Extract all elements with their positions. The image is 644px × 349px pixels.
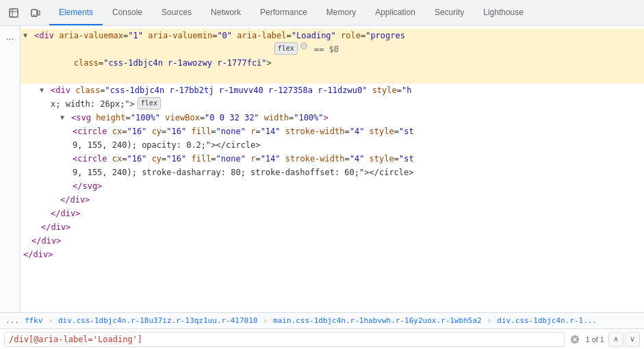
code-line-div-close-3[interactable]: </div> (21, 220, 644, 234)
code-line-2b[interactable]: x; width: 26px;"> flex (21, 97, 644, 111)
yellow-box: class="css-1dbjc4n r-1awozwy r-1777fci"> (34, 42, 272, 83)
toolbar-icon-group (0, 3, 49, 23)
svg-rect-4 (38, 11, 40, 15)
code-line-4[interactable]: <circle cx="16" cy="16" fill="none" r="1… (21, 125, 644, 138)
search-next-button[interactable]: ∨ (625, 332, 640, 347)
arrow-icon-1: ▼ (23, 29, 34, 42)
code-line-3[interactable]: ▼ <svg height="100%" viewBox="0 0 32 32"… (21, 111, 644, 125)
attr-name-1d: role (336, 29, 361, 42)
search-bar: /div[@aria-label='Loading'] 1 of 1 ∧ ∨ (0, 328, 644, 349)
status-bar: ... ffkv › div.css-1dbjc4n.r-18u37iz.r-1… (0, 312, 644, 328)
left-panel: ... (0, 26, 21, 312)
status-item-div2[interactable]: div.css-1dbjc4n.r-1... (497, 316, 597, 325)
attr-val-1c: "Loading" (292, 29, 336, 42)
search-query: /div[@aria-label='Loading'] (9, 335, 560, 344)
flex-badge-2: flex (138, 97, 161, 109)
code-line-div-close-5[interactable]: </div> (21, 248, 644, 261)
code-line-2[interactable]: ▼ <div class="css-1dbjc4n r-17bb2tj r-1m… (21, 83, 644, 97)
arrow-icon-3: ▼ (60, 111, 71, 125)
tab-network[interactable]: Network (201, 0, 250, 25)
code-line-div-close-1[interactable]: </div> (21, 193, 644, 207)
inspect-icon[interactable] (4, 3, 23, 23)
code-line-1[interactable]: ▼ <div aria-valuemax="1" aria-valuemin="… (21, 29, 644, 42)
status-sep-3: › (487, 316, 492, 325)
code-line-4b[interactable]: 9, 155, 240); opacity: 0.2;"></circle> (21, 138, 644, 152)
search-clear-button[interactable] (569, 333, 581, 346)
status-item-main[interactable]: main.css-1dbjc4n.r-1habvwh.r-16y2uox.r-1… (273, 316, 482, 325)
tab-console[interactable]: Console (103, 0, 152, 25)
code-panel[interactable]: ▼ <div aria-valuemax="1" aria-valuemin="… (21, 26, 644, 312)
tab-application[interactable]: Application (365, 0, 425, 25)
attr-name-1a: aria-valuemax (54, 29, 123, 42)
attr-val-1d: "progres (365, 29, 405, 42)
status-sep-2: › (263, 316, 268, 325)
code-line-5b[interactable]: 9, 155, 240); stroke-dasharray: 80; stro… (21, 166, 644, 179)
attr-val-1b: "0" (217, 29, 232, 42)
device-icon[interactable] (26, 3, 45, 23)
tab-security[interactable]: Security (425, 0, 474, 25)
tab-sources[interactable]: Sources (152, 0, 201, 25)
tab-memory[interactable]: Memory (317, 0, 365, 25)
tag-open-1: <div (34, 29, 54, 42)
code-line-div-close-4[interactable]: </div> (21, 234, 644, 248)
flex-badge: flex (274, 42, 298, 55)
tab-elements[interactable]: Elements (49, 0, 103, 25)
svg-rect-0 (10, 9, 18, 17)
toolbar: Elements Console Sources Network Perform… (0, 0, 644, 26)
code-line-div-close-2[interactable]: </div> (21, 207, 644, 220)
code-line-5[interactable]: <circle cx="16" cy="16" fill="none" r="1… (21, 152, 644, 166)
attr-val-1a: "1" (128, 29, 143, 42)
tab-performance[interactable]: Performance (250, 0, 317, 25)
status-dots: ... (5, 316, 19, 325)
status-item-div1[interactable]: div.css-1dbjc4n.r-18u37iz.r-13qz1uu.r-41… (58, 316, 257, 325)
search-count: 1 of 1 (585, 335, 604, 344)
dollar-circle-icon (300, 42, 307, 49)
main-area: ... ▼ <div aria-valuemax="1" aria-valuem… (0, 26, 644, 312)
panel-dots[interactable]: ... (6, 31, 14, 41)
search-nav: ∧ ∨ (608, 332, 640, 347)
arrow-icon-2: ▼ (40, 83, 51, 97)
tab-list: Elements Console Sources Network Perform… (49, 0, 533, 25)
tab-lighthouse[interactable]: Lighthouse (474, 0, 533, 25)
search-input-wrap: /div[@aria-label='Loading'] (4, 332, 565, 347)
attr-name-1b: aria-valuemin (143, 29, 212, 42)
status-sep-1: › (48, 316, 53, 325)
code-line-svg-close[interactable]: </svg> (21, 179, 644, 193)
status-item-ffkv[interactable]: ffkv (25, 316, 43, 325)
code-line-1b[interactable]: class="css-1dbjc4n r-1awozwy r-1777fci">… (21, 42, 644, 83)
attr-name-1c: aria-label (232, 29, 286, 42)
dollar-sign: == $0 (314, 42, 339, 56)
search-prev-button[interactable]: ∧ (608, 332, 623, 347)
